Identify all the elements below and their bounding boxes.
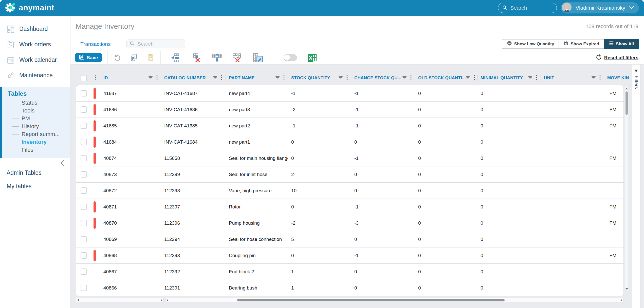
row-checkbox[interactable] — [81, 285, 87, 291]
cell-move-kind[interactable]: FM — [604, 102, 623, 118]
row-checkbox[interactable] — [81, 268, 87, 275]
delete-row-icon[interactable] — [192, 53, 201, 62]
transactions-link[interactable]: Transactions — [80, 41, 111, 47]
row-checkbox[interactable] — [81, 220, 87, 226]
cell-stock-quantity[interactable]: 5 — [288, 231, 351, 247]
cell-move-kind[interactable]: FM — [604, 85, 623, 101]
column-header[interactable]: CHANGE STOCK QU... — [351, 72, 415, 84]
cell-change-stock-quantity[interactable]: 0 — [351, 134, 415, 150]
select-all-checkbox[interactable] — [81, 75, 87, 81]
cell-part-name[interactable]: Seal for hose connection — [226, 231, 288, 247]
cell-old-stock-quantity[interactable]: 0 — [415, 231, 477, 247]
delete-column-icon[interactable] — [233, 53, 242, 62]
sidebar-item-my-tables[interactable]: My tables — [0, 183, 70, 190]
cell-unit[interactable] — [541, 215, 604, 231]
column-filter-icon[interactable] — [213, 76, 217, 80]
cell-id[interactable]: 40871 — [100, 199, 161, 215]
cell-minimal-quantity[interactable]: 0 — [477, 134, 541, 150]
cell-move-kind[interactable] — [604, 166, 623, 182]
filters-panel-tab[interactable]: Filters — [632, 65, 640, 308]
column-filter-icon[interactable] — [466, 76, 470, 80]
cell-catalog-number[interactable]: INV-CAT-41685 — [161, 118, 226, 134]
cell-id[interactable]: 40866 — [100, 280, 161, 296]
show-all-button[interactable]: Show All — [604, 39, 639, 49]
cell-id[interactable]: 40872 — [100, 183, 161, 199]
cell-id[interactable]: 41687 — [100, 85, 161, 101]
pinned-columns-scrollbar[interactable] — [76, 298, 163, 302]
cell-unit[interactable] — [541, 264, 604, 280]
column-filter-icon[interactable] — [528, 76, 532, 80]
cell-minimal-quantity[interactable]: 0 — [477, 280, 541, 296]
save-button[interactable]: Save — [75, 53, 102, 62]
cell-change-stock-quantity[interactable]: -3 — [351, 215, 415, 231]
global-search-input[interactable] — [510, 5, 549, 11]
table-search-input[interactable] — [137, 41, 178, 47]
cell-part-name[interactable]: Coupling pin — [226, 247, 288, 263]
column-header[interactable]: UNIT — [541, 72, 604, 84]
tables-tree-item[interactable]: Files — [2, 146, 70, 154]
column-header[interactable]: OLD STOCK QUANTI... — [415, 72, 477, 84]
column-filter-icon[interactable] — [149, 76, 153, 80]
cell-move-kind[interactable]: FM — [604, 118, 623, 134]
cell-minimal-quantity[interactable]: 0 — [477, 247, 541, 263]
cell-old-stock-quantity[interactable]: 0 — [415, 85, 477, 101]
cell-id[interactable]: 41685 — [100, 118, 161, 134]
cell-catalog-number[interactable]: 112393 — [161, 247, 226, 263]
cell-catalog-number[interactable]: 112399 — [161, 166, 226, 182]
cell-id[interactable]: 40868 — [100, 247, 161, 263]
cell-unit[interactable] — [541, 166, 604, 182]
anymaint-logo[interactable]: anymaint — [5, 2, 54, 14]
show-low-quantity-button[interactable]: Show Low Quantity — [502, 39, 559, 49]
cell-minimal-quantity[interactable]: 0 — [477, 118, 541, 134]
cell-minimal-quantity[interactable]: 0 — [477, 199, 541, 215]
cell-move-kind[interactable]: FM — [604, 247, 623, 263]
sidebar-item-work-orders[interactable]: Work orders — [0, 37, 70, 52]
cell-stock-quantity[interactable]: -2 — [288, 102, 351, 118]
cell-catalog-number[interactable]: INV-CAT-41687 — [161, 85, 226, 101]
vertical-scrollbar[interactable] — [625, 87, 628, 291]
undo-icon[interactable] — [114, 54, 121, 61]
cell-move-kind[interactable] — [604, 134, 623, 150]
cell-catalog-number[interactable]: 112397 — [161, 199, 226, 215]
kebab-menu-icon[interactable] — [95, 74, 97, 82]
column-filter-icon[interactable] — [402, 76, 407, 80]
cell-old-stock-quantity[interactable]: 0 — [415, 134, 477, 150]
cell-part-name[interactable]: Vane, high pressure — [226, 183, 288, 199]
cell-id[interactable]: 40873 — [100, 166, 161, 182]
column-menu-icon[interactable] — [410, 75, 412, 81]
cell-id[interactable]: 41684 — [100, 134, 161, 150]
cell-id[interactable]: 41686 — [100, 102, 161, 118]
cell-old-stock-quantity[interactable]: 0 — [415, 247, 477, 263]
cell-catalog-number[interactable]: INV-CAT-41686 — [161, 102, 226, 118]
cell-unit[interactable] — [541, 102, 604, 118]
cell-part-name[interactable]: Seal for main housing flanges — [226, 150, 288, 166]
cell-old-stock-quantity[interactable]: 0 — [415, 166, 477, 182]
main-horizontal-scrollbar[interactable] — [165, 298, 623, 302]
column-menu-icon[interactable] — [536, 75, 537, 81]
cell-catalog-number[interactable]: 112396 — [161, 215, 226, 231]
cell-part-name[interactable]: Seal for inlet hose — [226, 166, 288, 182]
cell-unit[interactable] — [541, 183, 604, 199]
row-checkbox[interactable] — [81, 106, 87, 113]
cell-change-stock-quantity[interactable]: -1 — [351, 150, 415, 166]
cell-change-stock-quantity[interactable]: 0 — [351, 183, 415, 199]
cell-change-stock-quantity[interactable]: -1 — [351, 118, 415, 134]
cell-id[interactable]: 40870 — [100, 215, 161, 231]
cell-move-kind[interactable] — [604, 280, 623, 296]
column-header[interactable]: MOVE KIN — [604, 72, 623, 84]
sidebar-item-admin-tables[interactable]: Admin Tables — [0, 169, 70, 176]
cell-unit[interactable] — [541, 85, 604, 101]
cell-stock-quantity[interactable]: 1 — [288, 264, 351, 280]
cell-stock-quantity[interactable]: 0 — [288, 134, 351, 150]
cell-part-name[interactable]: End block 2 — [226, 264, 288, 280]
cell-catalog-number[interactable]: 115658 — [161, 150, 226, 166]
copy-icon[interactable] — [130, 54, 138, 62]
cell-old-stock-quantity[interactable]: 0 — [415, 215, 477, 231]
cell-move-kind[interactable]: FM — [604, 150, 623, 166]
column-header[interactable]: MINIMAL QUANTITY — [477, 72, 541, 84]
cell-stock-quantity[interactable]: -1 — [288, 118, 351, 134]
column-menu-icon[interactable] — [346, 75, 348, 81]
cell-move-kind[interactable] — [604, 264, 623, 280]
row-checkbox[interactable] — [81, 236, 87, 242]
column-menu-icon[interactable] — [474, 75, 475, 81]
